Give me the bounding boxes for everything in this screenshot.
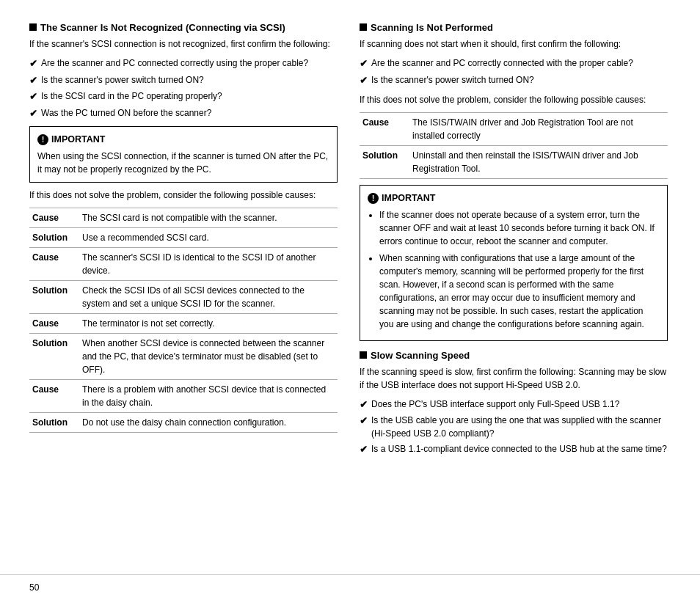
checklist-item: ✔ Is the USB cable you are using the one… [360, 414, 668, 440]
checkmark-icon: ✔ [29, 89, 37, 104]
cause-text: The scanner's SCSI ID is identical to th… [79, 247, 338, 280]
section-title-slow: Slow Scanning Speed [360, 350, 668, 361]
cause-table-left: Cause The SCSI card is not compatible wi… [29, 208, 338, 433]
page-footer: 50 [0, 574, 700, 600]
checkmark-icon: ✔ [29, 56, 37, 71]
checklist-item-text: Are the scanner and PC connected correct… [41, 56, 308, 70]
checklist-item-text: Is the USB cable you are using the one t… [371, 414, 668, 440]
checkmark-icon: ✔ [360, 414, 368, 428]
scanner-intro: If the scanner's SCSI connection is not … [29, 37, 338, 51]
solution-row-3: Solution When another SCSI device is con… [29, 333, 338, 379]
cause-text: The SCSI card is not compatible with the… [79, 208, 338, 227]
checklist-item: ✔ Does the PC's USB interface support on… [360, 398, 668, 412]
cause-text: There is a problem with another SCSI dev… [79, 379, 338, 412]
checkmark-icon: ✔ [360, 398, 368, 412]
checkmark-icon: ✔ [29, 73, 37, 88]
checkmark-icon: ✔ [360, 73, 368, 88]
checklist-item-text: Does the PC's USB interface support only… [371, 398, 619, 411]
cause-label: Cause [29, 313, 79, 333]
checklist-item: ✔ Is the SCSI card in the PC operating p… [29, 89, 338, 104]
important-title-right: ! IMPORTANT [368, 191, 660, 205]
checkmark-icon: ✔ [360, 442, 368, 457]
scanning-intro: If scanning does not start when it shoul… [360, 37, 668, 51]
solution-text: Check the SCSI IDs of all SCSI devices c… [79, 280, 338, 313]
checklist-item-text: Is the scanner's power switch turned ON? [371, 73, 534, 87]
checkmark-icon: ✔ [360, 56, 368, 71]
checklist-item-text: Is the SCSI card in the PC operating pro… [41, 89, 222, 103]
important-box-scanning: ! IMPORTANT If the scanner does not oper… [360, 185, 668, 341]
cause-label: Cause [29, 379, 79, 412]
solution-row-1: Solution Use a recommended SCSI card. [29, 227, 338, 247]
checklist-item-text: Is a USB 1.1-compliant device connected … [371, 442, 667, 456]
section-title-scanning: Scanning Is Not Performed [360, 22, 668, 33]
important-title: ! IMPORTANT [37, 133, 329, 147]
important-icon: ! [368, 193, 379, 204]
cause-label: Cause [29, 247, 79, 280]
checklist-item: ✔ Are the scanner and PC correctly conne… [360, 56, 668, 71]
slow-intro: If the scanning speed is slow, first con… [360, 365, 668, 392]
cause-row-right-1: Cause The ISIS/TWAIN driver and Job Regi… [360, 113, 668, 146]
scanner-title-text: The Scanner Is Not Recognized (Connectin… [40, 22, 285, 33]
checklist-item: ✔ Are the scanner and PC connected corre… [29, 56, 338, 71]
imp-bullet-1: If the scanner does not operate because … [379, 208, 660, 248]
solution-row-4: Solution Do not use the daisy chain conn… [29, 412, 338, 432]
slow-checklist: ✔ Does the PC's USB interface support on… [360, 398, 668, 457]
cause-row-1: Cause The SCSI card is not compatible wi… [29, 208, 338, 227]
important-bullets: If the scanner does not operate because … [368, 208, 660, 331]
solution-text: When another SCSI device is connected be… [79, 333, 338, 379]
consider-text: If this does not solve the problem, cons… [29, 189, 338, 202]
important-text: When using the SCSI connection, if the s… [37, 150, 329, 176]
solution-label: Solution [29, 227, 79, 247]
solution-text: Do not use the daisy chain connection co… [79, 412, 338, 432]
checklist-item: ✔ Is a USB 1.1-compliant device connecte… [360, 442, 668, 457]
left-column: The Scanner Is Not Recognized (Connectin… [29, 22, 338, 560]
solution-text: Use a recommended SCSI card. [79, 227, 338, 247]
slow-title-text: Slow Scanning Speed [371, 350, 470, 361]
cause-row-2: Cause The scanner's SCSI ID is identical… [29, 247, 338, 280]
section-title-scanner: The Scanner Is Not Recognized (Connectin… [29, 22, 338, 33]
important-label-right: IMPORTANT [382, 191, 435, 205]
checklist-item: ✔ Is the scanner's power switch turned O… [360, 73, 668, 88]
solution-label: Solution [29, 333, 79, 379]
scanning-not-performed-section: Scanning Is Not Performed If scanning do… [360, 22, 668, 341]
scanner-not-recognized-section: The Scanner Is Not Recognized (Connectin… [29, 22, 338, 433]
cause-table-right: Cause The ISIS/TWAIN driver and Job Regi… [360, 112, 668, 179]
section-square-icon [360, 23, 367, 31]
section-square-icon [29, 23, 37, 31]
cause-text: The terminator is not set correctly. [79, 313, 338, 333]
cause-label: Cause [360, 113, 409, 146]
checkmark-icon: ✔ [29, 106, 37, 121]
cause-text: The ISIS/TWAIN driver and Job Registrati… [409, 113, 668, 146]
important-icon: ! [37, 134, 48, 145]
page: The Scanner Is Not Recognized (Connectin… [0, 0, 700, 600]
page-number: 50 [29, 582, 39, 593]
slow-scanning-section: Slow Scanning Speed If the scanning spee… [360, 350, 668, 457]
checklist-item: ✔ Was the PC turned ON before the scanne… [29, 106, 338, 121]
cause-row-3: Cause The terminator is not set correctl… [29, 313, 338, 333]
solution-row-2: Solution Check the SCSI IDs of all SCSI … [29, 280, 338, 313]
scanner-checklist: ✔ Are the scanner and PC connected corre… [29, 56, 338, 120]
section-square-icon [360, 351, 367, 359]
solution-label: Solution [29, 412, 79, 432]
checklist-item: ✔ Is the scanner's power switch turned O… [29, 73, 338, 88]
scanning-title-text: Scanning Is Not Performed [371, 22, 493, 33]
solution-label: Solution [29, 280, 79, 313]
important-box-scsi: ! IMPORTANT When using the SCSI connecti… [29, 126, 338, 183]
checklist-item-text: Was the PC turned ON before the scanner? [41, 106, 211, 120]
checklist-item-text: Are the scanner and PC correctly connect… [371, 56, 633, 70]
right-column: Scanning Is Not Performed If scanning do… [360, 22, 668, 560]
imp-bullet-2: When scanning with configurations that u… [379, 252, 660, 331]
content-area: The Scanner Is Not Recognized (Connectin… [0, 0, 700, 574]
important-label: IMPORTANT [51, 133, 105, 147]
scanning-checklist: ✔ Are the scanner and PC correctly conne… [360, 56, 668, 87]
consider-text-right: If this does not solve the problem, cons… [360, 93, 668, 106]
checklist-item-text: Is the scanner's power switch turned ON? [41, 73, 204, 87]
cause-label: Cause [29, 208, 79, 227]
solution-label: Solution [360, 146, 409, 179]
solution-text: Uninstall and then reinstall the ISIS/TW… [409, 146, 668, 179]
cause-row-4: Cause There is a problem with another SC… [29, 379, 338, 412]
solution-row-right-1: Solution Uninstall and then reinstall th… [360, 146, 668, 179]
